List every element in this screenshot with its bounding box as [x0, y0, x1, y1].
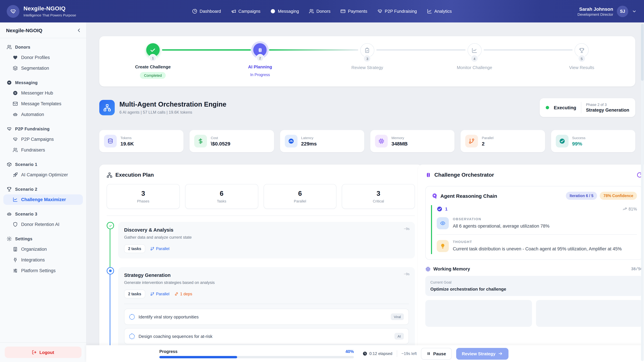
- parallel-badge: Parallel: [150, 292, 170, 296]
- stat-label: Tokens: [120, 136, 134, 140]
- brand-tagline: Intelligence That Powers Purpose: [24, 13, 76, 17]
- scrollbar[interactable]: [641, 24, 644, 361]
- sidebar-item-donor-profiles[interactable]: Donor Profiles: [3, 52, 83, 63]
- git-branch-icon: [150, 247, 154, 251]
- nav-item-dashboard[interactable]: Dashboard: [192, 9, 221, 14]
- phase-name: Strategy Generation: [586, 108, 629, 113]
- sidebar-item-ai-campaign-optimizer[interactable]: AI Campaign Optimizer: [3, 170, 83, 180]
- step-number: 4: [470, 55, 478, 62]
- phase-duration: ~9s: [404, 272, 410, 276]
- timeline-line: [110, 229, 110, 269]
- step-create-challenge[interactable]: 1 Create Challenge Completed: [99, 36, 206, 86]
- phase-discovery-analysis: Discovery & Analysis ~9s Gather data and…: [107, 222, 415, 258]
- logout-button[interactable]: Logout: [5, 347, 82, 358]
- pause-button[interactable]: Pause: [421, 348, 452, 360]
- sidebar-item-segmentation[interactable]: Segmentation: [3, 63, 83, 73]
- reasoning-step: 1 81% OBSERVATION All 6 agents operation…: [431, 205, 637, 254]
- observation-text: All 6 agents operational, average utiliz…: [453, 223, 550, 230]
- plug-icon: [13, 257, 18, 263]
- item-label: Messenger Hub: [21, 90, 53, 95]
- brand: Nexgile-NGOIQ Intelligence That Powers P…: [0, 5, 76, 17]
- engine-subtitle: 6 AI agents | 57 LLM calls | 19.6K token…: [120, 110, 226, 115]
- stat-label: Latency: [301, 136, 317, 140]
- step-ai-planning[interactable]: 2 AI Planning In Progress: [206, 36, 314, 86]
- phase-duration: ~9s: [404, 227, 410, 231]
- app-root: Nexgile-NGOIQ Intelligence That Powers P…: [0, 0, 644, 362]
- trophy-icon: [579, 47, 584, 53]
- nav-item-donors[interactable]: Donors: [309, 9, 330, 14]
- building-icon: [13, 247, 18, 252]
- brain-icon: [257, 47, 263, 53]
- stat-value: 2: [482, 141, 494, 146]
- megaphone-icon: [231, 9, 236, 14]
- tasks-badge: 2 tasks: [124, 290, 145, 298]
- nav-item-messaging[interactable]: Messaging: [270, 9, 299, 14]
- step-review-strategy[interactable]: 3 Review Strategy: [314, 36, 421, 86]
- parallel-badge: Parallel: [150, 246, 170, 251]
- sidebar-item-messenger-hub[interactable]: Messenger Hub: [3, 88, 83, 98]
- lightbulb-icon: [437, 240, 449, 252]
- users-icon: [13, 147, 18, 152]
- observation-block: OBSERVATION All 6 agents operational, av…: [437, 217, 637, 230]
- user-menu[interactable]: Sarah Johnson Development Director SJ: [578, 5, 644, 17]
- stat-card-parallel: Parallel 2: [461, 130, 545, 152]
- step-view-results[interactable]: 5 View Results: [528, 36, 635, 86]
- sidebar-item-automation[interactable]: Automation: [3, 109, 83, 120]
- section-label: Scenario 3: [15, 212, 37, 216]
- shield-icon: [13, 222, 18, 227]
- check-circle-icon: [437, 206, 442, 212]
- deps-badge: 1 deps: [174, 292, 192, 296]
- sidebar-item-platform-settings[interactable]: Platform Settings: [3, 266, 83, 276]
- item-label: Fundraisers: [21, 147, 45, 152]
- stat-card-latency: Latency 229ms: [280, 130, 364, 152]
- nav-label: Messaging: [278, 9, 299, 14]
- sidebar-item-organization[interactable]: Organization: [3, 244, 83, 254]
- sidebar-section-settings: Settings Organization Integrations Platf…: [3, 234, 83, 276]
- nav-item-analytics[interactable]: Analytics: [427, 9, 452, 14]
- goal-text: Optimize orchestration for challenge: [430, 286, 638, 292]
- phase-description: Gather data and analyze current state: [124, 235, 409, 240]
- chevron-down-icon[interactable]: [632, 9, 636, 13]
- item-label: P2P Campaigns: [21, 137, 54, 142]
- sidebar-item-donor-retention-ai[interactable]: Donor Retention AI: [3, 219, 83, 230]
- logout-icon: [32, 350, 37, 355]
- avatar[interactable]: SJ: [617, 5, 628, 17]
- step-label: Review Strategy: [351, 65, 383, 70]
- spinner-icon: [129, 333, 135, 339]
- sidebar-item-p2p-campaigns[interactable]: P2P Campaigns: [3, 134, 83, 144]
- messenger-icon: [270, 9, 276, 14]
- phase-card: Discovery & Analysis ~9s Gather data and…: [118, 222, 415, 258]
- summary-phases: 3 Phases: [107, 184, 180, 209]
- user-name: Sarah Johnson: [578, 6, 613, 11]
- section-label: Messaging: [15, 80, 38, 85]
- sidebar-collapse-icon[interactable]: [76, 28, 82, 33]
- eye-icon: [437, 217, 449, 229]
- section-label: Settings: [15, 237, 32, 241]
- step-label: Create Challenge: [135, 64, 170, 69]
- progress-bar: [159, 356, 354, 358]
- progress-section: Progress 40%: [159, 349, 354, 358]
- sliders-icon: [13, 268, 18, 273]
- sidebar-item-message-templates[interactable]: Message Templates: [3, 98, 83, 109]
- dollar-icon: [194, 135, 207, 147]
- memory-title: Working Memory: [433, 267, 470, 272]
- phase-complete-marker: [107, 222, 114, 229]
- nav-item-payments[interactable]: Payments: [340, 9, 367, 14]
- sidebar-item-fundraisers[interactable]: Fundraisers: [3, 145, 83, 155]
- summary-parallel: 6 Parallel: [264, 184, 336, 209]
- nav-item-campaigns[interactable]: Campaigns: [231, 9, 260, 14]
- review-strategy-button[interactable]: Review Strategy: [456, 348, 509, 360]
- sidebar-item-integrations[interactable]: Integrations: [3, 255, 83, 265]
- scrollbar-thumb[interactable]: [641, 24, 644, 81]
- section-label: Scenario 2: [15, 187, 37, 192]
- sidebar-section-scenario3: Scenario 3 Donor Retention AI: [3, 209, 83, 230]
- observation-label: OBSERVATION: [453, 217, 550, 221]
- step-monitor-challenge[interactable]: 4 Monitor Challenge: [421, 36, 528, 86]
- step-label: AI Planning: [248, 64, 272, 69]
- sidebar-item-challenge-maximizer[interactable]: Challenge Maximizer: [3, 194, 83, 205]
- messenger-icon: [7, 80, 12, 85]
- time-remaining: ~19s left: [401, 351, 416, 356]
- link-icon: [174, 292, 178, 296]
- nav-item-p2p-fundraising[interactable]: P2P Fundraising: [377, 9, 417, 14]
- execution-plan-panel: Execution Plan 3 Phases 6 Tasks 6 Parall…: [99, 165, 422, 362]
